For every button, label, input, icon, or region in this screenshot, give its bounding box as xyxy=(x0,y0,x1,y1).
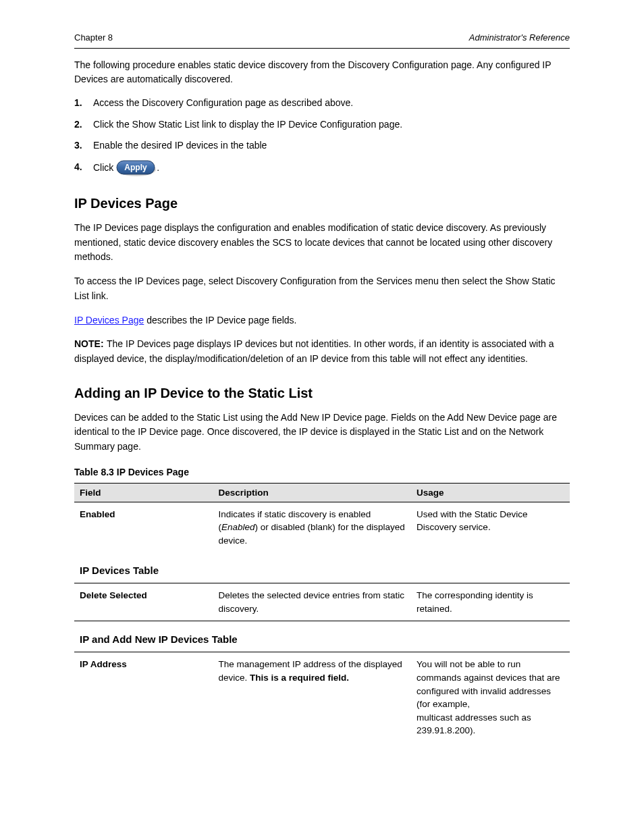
table-caption: Table 8.3 IP Devices Page xyxy=(74,467,570,477)
cell-field: IP Address xyxy=(74,652,213,743)
apply-button[interactable]: Apply xyxy=(116,160,157,177)
step-number: 3. xyxy=(74,138,93,153)
col-usage: Usage xyxy=(411,483,570,502)
intro-paragraph: The following procedure enables static d… xyxy=(74,58,570,86)
menu-path-paragraph: To access the IP Devices page, select Di… xyxy=(74,274,570,303)
col-field: Field xyxy=(74,483,213,502)
cell-field: Enabled xyxy=(74,502,213,552)
note-text: The IP Devices page displays IP devices … xyxy=(74,338,554,364)
ip-devices-table: Field Description Usage Enabled Indicate… xyxy=(74,483,570,743)
step-number: 2. xyxy=(74,118,93,132)
cell-desc: The management IP address of the display… xyxy=(213,652,412,743)
cross-ref-text: describes the IP Device page fields. xyxy=(144,315,296,325)
section-heading-adding: Adding an IP Device to the Static List xyxy=(74,386,570,401)
cross-reference: IP Devices Page describes the IP Device … xyxy=(74,313,570,328)
col-description: Description xyxy=(213,483,412,502)
ip-devices-page-link[interactable]: IP Devices Page xyxy=(74,315,144,325)
cell-usage: Used with the Static Device Discovery se… xyxy=(411,502,570,552)
section-heading-row: IP Devices Table xyxy=(74,552,570,583)
header-chapter: Chapter 8 xyxy=(74,32,113,43)
cell-desc: Indicates if static discovery is enabled… xyxy=(213,502,412,552)
step-prefix: Click xyxy=(93,162,116,173)
note-block: NOTE: The IP Devices page displays IP de… xyxy=(74,337,570,366)
step-number: 4. xyxy=(74,160,93,177)
cell-field: Delete Selected xyxy=(74,583,213,621)
procedure-list: 1. Access the Discovery Configuration pa… xyxy=(74,96,570,177)
header-section-title: Administrator's Reference xyxy=(469,32,570,43)
cell-usage: The corresponding identity is retained. xyxy=(411,583,570,621)
step-text: Access the Discovery Configuration page … xyxy=(93,96,570,111)
cell-desc: Deletes the selected device entries from… xyxy=(213,583,412,621)
section-heading-ip-devices: IP Devices Page xyxy=(74,196,570,211)
step-text: Click Apply . xyxy=(93,160,570,177)
step-number: 1. xyxy=(74,96,93,111)
step-suffix: . xyxy=(157,162,159,173)
page-header: Chapter 8 Administrator's Reference xyxy=(74,32,570,49)
step-text: Enable the desired IP devices in the tab… xyxy=(93,138,570,153)
step-text: Click the Show Static List link to displ… xyxy=(93,118,570,132)
ip-overview-paragraph: The IP Devices page displays the configu… xyxy=(74,221,570,265)
cell-usage: You will not be able to run commands aga… xyxy=(411,652,570,743)
svg-text:Apply: Apply xyxy=(125,163,148,172)
section-heading-row: IP and Add New IP Devices Table xyxy=(74,621,570,652)
note-label: NOTE: xyxy=(74,338,104,349)
adding-paragraph: Devices can be added to the Static List … xyxy=(74,411,570,454)
